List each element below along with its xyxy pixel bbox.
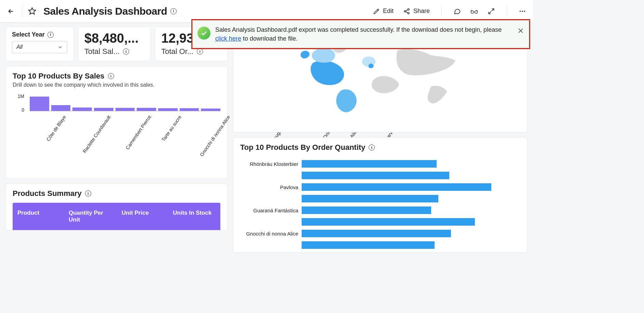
kpi-value: $8,480,... <box>84 31 144 46</box>
chart-category-label: Tarte au sucre <box>161 114 182 142</box>
chart-row <box>240 239 520 251</box>
chart-bar[interactable] <box>180 108 199 111</box>
chart-bar[interactable] <box>302 195 438 202</box>
chart-bar[interactable] <box>137 108 156 111</box>
th-qpu[interactable]: Quantity Per Unit <box>64 203 117 230</box>
preview-button[interactable] <box>470 8 478 15</box>
chart-bar[interactable] <box>302 218 475 226</box>
chart-row <box>240 193 520 204</box>
divider <box>507 6 507 17</box>
chart-bar[interactable] <box>72 108 92 111</box>
svg-point-6 <box>522 11 523 12</box>
chart-bar[interactable] <box>302 241 435 249</box>
favorite-button[interactable] <box>27 6 37 16</box>
chart-category-label: Gnocchi di nonna Alice <box>198 114 231 157</box>
chart-bar[interactable] <box>30 97 49 111</box>
divider <box>441 6 442 17</box>
th-product[interactable]: Product <box>13 203 64 230</box>
chart-row: Pavlova <box>240 181 520 193</box>
chart-bar[interactable] <box>302 160 437 168</box>
chart-row: Rhönbräu Klosterbier <box>240 158 520 170</box>
info-icon[interactable]: i <box>369 144 375 151</box>
page-title: Sales Analysis Dashboard <box>43 5 167 17</box>
share-icon <box>403 8 411 15</box>
chart-row-label: Pavlova <box>240 184 302 190</box>
toast-text-pre: Sales Analysis Dashboard.pdf export was … <box>215 26 502 33</box>
svg-point-5 <box>520 11 521 12</box>
chart-row: Gnocchi di nonna Alice <box>240 228 520 239</box>
expand-icon <box>488 8 495 15</box>
filter-title: Select Year <box>12 31 45 38</box>
section-subtitle: Drill down to see the company which invo… <box>13 82 220 88</box>
chart-bar[interactable] <box>158 108 178 111</box>
export-success-toast: Sales Analysis Dashboard.pdf export was … <box>192 20 529 48</box>
more-button[interactable] <box>519 8 526 15</box>
share-label: Share <box>413 8 430 15</box>
chart-row <box>240 170 520 181</box>
info-icon[interactable]: i <box>170 8 177 14</box>
y-tick: 1M <box>13 94 24 99</box>
th-units-in-stock[interactable]: Units In Stock <box>168 203 220 230</box>
info-icon[interactable]: i <box>108 73 114 79</box>
chart-bar[interactable] <box>302 172 449 179</box>
kpi-label: Total Or... <box>161 47 193 56</box>
notification-highlight: Sales Analysis Dashboard.pdf export was … <box>191 19 530 49</box>
toast-download-link[interactable]: click here <box>215 35 241 42</box>
chart-bar[interactable] <box>201 109 220 111</box>
th-unit-price[interactable]: Unit Price <box>117 203 168 230</box>
kpi-total-sales: $8,480,... Total Sal... i <box>78 27 151 61</box>
edit-button[interactable]: Edit <box>373 8 394 15</box>
y-tick: 0 <box>13 107 24 113</box>
info-icon[interactable]: i <box>197 48 203 55</box>
comment-icon <box>453 8 461 15</box>
right-column: Top 10 Products By Order Quantity i Rhön… <box>233 27 527 253</box>
info-icon[interactable]: i <box>85 190 91 197</box>
edit-label: Edit <box>383 8 394 15</box>
glasses-icon <box>470 8 478 15</box>
chart-row: Guaraná Fantástica <box>240 204 520 216</box>
success-check-icon <box>197 27 210 40</box>
info-icon[interactable]: i <box>47 32 54 38</box>
header-actions: Edit Share <box>373 6 526 17</box>
year-select[interactable]: All <box>12 41 67 53</box>
chart-bar[interactable] <box>302 207 431 214</box>
chart-row <box>240 216 520 228</box>
fullscreen-button[interactable] <box>488 8 495 15</box>
chart-bar[interactable] <box>51 105 71 111</box>
divider <box>22 5 22 17</box>
kpi-label: Total Sal... <box>84 47 120 56</box>
info-icon[interactable]: i <box>123 48 129 55</box>
comments-button[interactable] <box>453 8 461 15</box>
chart-row-label: Rhönbräu Klosterbier <box>240 161 302 167</box>
chart-row-label: Gnocchi di nonna Alice <box>240 231 302 237</box>
year-filter-card: Select Year i All <box>5 27 74 61</box>
dashboard-body: Select Year i All $8,480,... Total Sal..… <box>0 23 533 257</box>
share-button[interactable]: Share <box>403 8 430 15</box>
chart-bar[interactable] <box>115 108 135 111</box>
pencil-icon <box>373 8 380 15</box>
chart-row-label: Guaraná Fantástica <box>240 208 302 213</box>
more-icon <box>519 8 526 15</box>
chart-category-label: Côte de Blaye <box>45 114 67 142</box>
top-sales-card: Top 10 Products By Sales i Drill down to… <box>5 66 228 179</box>
products-summary-header: Product Quantity Per Unit Unit Price Uni… <box>13 203 220 230</box>
toast-text-post: to download the file. <box>241 35 298 42</box>
chart-bar[interactable] <box>302 230 451 237</box>
left-column: Select Year i All $8,480,... Total Sal..… <box>5 27 228 253</box>
chart-category-label: Raclette Courdavault <box>82 114 112 154</box>
svg-point-7 <box>524 11 525 12</box>
top-sales-column-chart[interactable]: 1M 0 Côte de BlayeRaclette CourdavaultCa… <box>13 94 220 173</box>
chevron-down-icon <box>57 44 63 50</box>
top-qty-bar-chart[interactable]: Rhönbräu KlosterbierPavlovaGuaraná Fantá… <box>240 158 520 251</box>
section-title: Products Summary <box>13 189 82 198</box>
back-button[interactable] <box>7 7 15 15</box>
toast-close-button[interactable] <box>517 27 524 34</box>
section-title: Top 10 Products By Order Quantity <box>240 143 365 152</box>
products-summary-card: Products Summary i Product Quantity Per … <box>5 183 228 230</box>
chart-category-label: Camembert Pierrot <box>124 114 152 151</box>
top-qty-card: Top 10 Products By Order Quantity i Rhön… <box>233 137 527 253</box>
year-select-value: All <box>16 44 23 50</box>
chart-bar[interactable] <box>94 108 113 111</box>
section-title: Top 10 Products By Sales <box>13 72 105 81</box>
chart-bar[interactable] <box>302 183 491 191</box>
